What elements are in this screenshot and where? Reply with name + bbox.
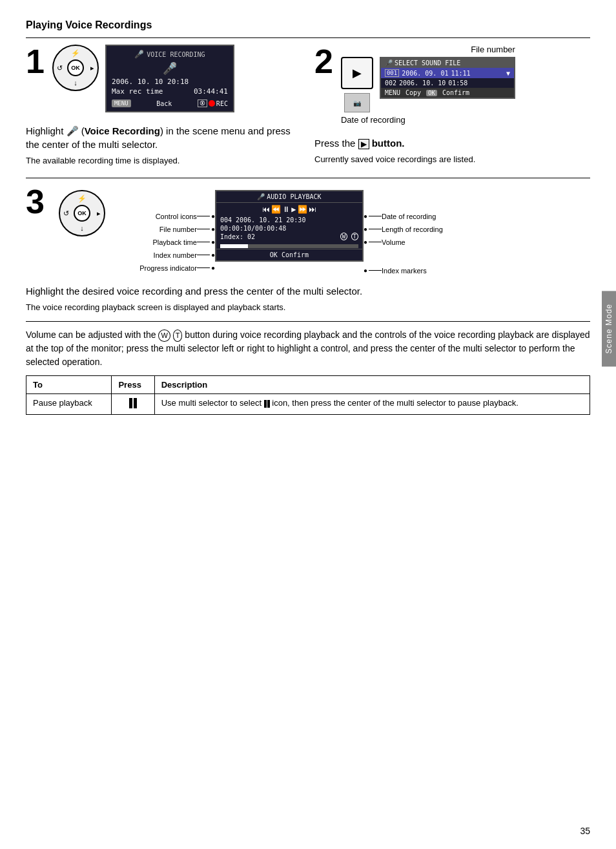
pause-bar-ref-1 bbox=[264, 400, 267, 408]
lcd1-date: 2006. 10. 10 20:18 bbox=[112, 78, 189, 86]
anno-progress: Progress indicator ● bbox=[112, 262, 215, 274]
pause-icon-ref bbox=[264, 400, 270, 408]
t-btn-ref: T bbox=[173, 330, 183, 342]
lcd1-date-row: 2006. 10. 10 20:18 bbox=[112, 78, 228, 86]
control-wheel-1: ⚡ ↺ OK ▸ ↓ bbox=[52, 45, 99, 91]
anno-playback-time-text: Playback time bbox=[152, 238, 196, 246]
cell-press bbox=[112, 394, 154, 415]
step-1-desc: Highlight 🎤 (Voice Recording) in the sce… bbox=[26, 124, 302, 167]
ok-btn-audio: OK bbox=[270, 251, 278, 258]
step-2-right: File number ▶ 📷 🎤 SELECT SOUND FILE bbox=[341, 45, 515, 125]
step-1-number: 1 bbox=[26, 45, 45, 78]
lcd2-title-text: SELECT SOUND FILE bbox=[395, 59, 460, 67]
menu-btn-1: MENU bbox=[112, 100, 131, 107]
lcd2-row2-num: 002 bbox=[385, 79, 396, 87]
lcd2-copy: Copy bbox=[406, 89, 421, 96]
anno-file-number: File number ● bbox=[112, 224, 215, 235]
anno-volume-text: Volume bbox=[382, 238, 406, 246]
pause-bar-2 bbox=[134, 398, 137, 408]
anno-progress-text: Progress indicator bbox=[139, 264, 197, 272]
anno-line-r1 bbox=[369, 216, 382, 216]
right-annotations: ● Date of recording ● Length of recordin… bbox=[364, 190, 467, 278]
anno-line-r4 bbox=[369, 270, 382, 271]
step-1-block: 1 ⚡ ↺ OK ▸ ↓ 🎤 VOICE RECORDING 🎤 bbox=[26, 45, 302, 167]
table-body: Pause playback Use multi selector to sel… bbox=[26, 394, 590, 415]
step-2-sub-text: Currently saved voice recordings are lis… bbox=[314, 153, 590, 166]
progress-fill bbox=[220, 244, 248, 248]
scroll-indicator: ▼ bbox=[506, 70, 510, 77]
anno-line-r2 bbox=[369, 229, 382, 229]
arrow-marker-r3: ● bbox=[364, 238, 367, 246]
table-header: To Press Description bbox=[26, 376, 590, 394]
ok-btn-3: OK bbox=[74, 205, 90, 222]
lcd3-title: 🎤 AUDIO PLAYBACK bbox=[216, 191, 362, 203]
pause-bar-1 bbox=[129, 398, 132, 408]
lcd3-confirm: Confirm bbox=[282, 251, 309, 258]
lcd3-playback-time: 00:00:10/00:00:48 bbox=[220, 225, 286, 232]
lcd3-footer: OK Confirm bbox=[216, 249, 362, 260]
ok-btn-1: OK bbox=[67, 59, 84, 76]
step-1-content: ⚡ ↺ OK ▸ ↓ 🎤 VOICE RECORDING 🎤 2006. 10.… bbox=[52, 45, 234, 112]
arrow-marker-5: ● bbox=[211, 264, 215, 271]
lcd3-progress bbox=[216, 241, 362, 249]
ctrl-pause: ⏸ bbox=[282, 205, 290, 214]
lcd1-footer: MENU Back ⦿ REC bbox=[112, 100, 228, 107]
cell-to: Pause playback bbox=[26, 394, 112, 415]
step-3-sub-text: The voice recording playback screen is d… bbox=[26, 301, 590, 314]
arrow-left-3: ↺ bbox=[63, 209, 69, 217]
arrow-top-1: ⚡ bbox=[71, 49, 80, 58]
cell-description: Use multi selector to select icon, then … bbox=[154, 394, 590, 415]
lcd1-title-text: VOICE RECORDING bbox=[147, 51, 205, 58]
lcd-step1: 🎤 VOICE RECORDING 🎤 2006. 10. 10 20:18 M… bbox=[105, 45, 234, 112]
anno-file-number-text: File number bbox=[159, 225, 197, 233]
info-paragraph: Volume can be adjusted with the W T butt… bbox=[26, 328, 590, 369]
lcd2-row2: 002 2006. 10. 10 01:58 bbox=[381, 78, 514, 88]
rec-dot bbox=[209, 100, 215, 107]
lcd3-controls: ⏮ ⏪ ⏸ ▶ ⏩ ⏭ bbox=[216, 203, 362, 216]
lcd3-time: 20:30 bbox=[286, 216, 305, 224]
step-3-main-instruction: Highlight the desired voice recording an… bbox=[26, 284, 590, 298]
anno-index-markers: ● Index markers bbox=[364, 265, 467, 277]
sidebar-label: Scene Mode bbox=[604, 304, 613, 353]
lcd-step2: 🎤 SELECT SOUND FILE 001 2006. 09. 01 11:… bbox=[380, 57, 515, 99]
w-icon: W bbox=[340, 233, 347, 240]
lcd2-footer: MENU Copy OK Confirm bbox=[381, 88, 514, 98]
progress-bar bbox=[220, 244, 358, 248]
anno-line-3 bbox=[197, 242, 210, 242]
w-btn-ref: W bbox=[158, 330, 170, 342]
step-2-header: 2 File number ▶ 📷 🎤 SELECT SOUND FILE bbox=[314, 45, 590, 125]
pause-bar-ref-2 bbox=[267, 400, 270, 408]
step-2-block: 2 File number ▶ 📷 🎤 SELECT SOUND FILE bbox=[314, 45, 590, 167]
rec-btn-1: ⦿ REC bbox=[198, 100, 228, 107]
lcd1-maxrec-val: 03:44:41 bbox=[194, 87, 228, 96]
lcd3-file-num: 004 bbox=[220, 216, 232, 224]
anno-control-icons-text: Control icons bbox=[156, 213, 197, 220]
lcd2-row1: 001 2006. 09. 01 11:11 ▼ bbox=[381, 68, 514, 78]
arrow-marker-r2: ● bbox=[364, 225, 367, 233]
steps-1-2-row: 1 ⚡ ↺ OK ▸ ↓ 🎤 VOICE RECORDING 🎤 bbox=[26, 45, 590, 167]
ctrl-skip-back: ⏮ bbox=[262, 205, 270, 214]
ctrl-ff: ⏩ bbox=[298, 205, 307, 214]
col-description: Description bbox=[154, 376, 590, 394]
step-1-header: 1 ⚡ ↺ OK ▸ ↓ 🎤 VOICE RECORDING 🎤 bbox=[26, 45, 302, 112]
lcd3-file-row: 004 2006. 10. 21 20:30 bbox=[216, 216, 362, 224]
arrow-left-1: ↺ bbox=[57, 64, 63, 72]
file-number-label: File number bbox=[341, 45, 515, 54]
table-row: Pause playback Use multi selector to sel… bbox=[26, 394, 590, 415]
ctrl-play: ▶ bbox=[291, 205, 296, 214]
lcd2-confirm: Confirm bbox=[442, 89, 469, 96]
anno-line-4 bbox=[197, 255, 210, 255]
camera-icon: 📷 bbox=[344, 93, 370, 112]
arrow-bottom-3: ↓ bbox=[80, 224, 84, 232]
arrow-right-3: ▸ bbox=[97, 209, 101, 217]
table-header-row: To Press Description bbox=[26, 376, 590, 394]
page-title: Playing Voice Recordings bbox=[26, 19, 590, 31]
mic-icon-1: 🎤 bbox=[134, 50, 144, 59]
divider-1 bbox=[26, 37, 590, 38]
lcd3-date: 2006. 10. 21 bbox=[236, 216, 282, 224]
anno-line-5 bbox=[197, 267, 210, 268]
divider-2 bbox=[26, 178, 590, 178]
step-2-main-instruction: Press the ▶ button. bbox=[314, 136, 590, 150]
date-of-recording-label: Date of recording bbox=[341, 115, 406, 125]
ctrl-skip-fwd: ⏭ bbox=[309, 205, 316, 214]
